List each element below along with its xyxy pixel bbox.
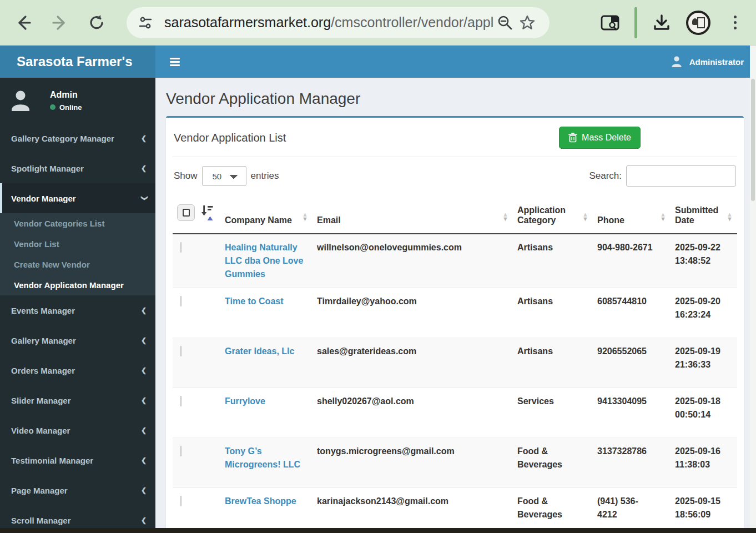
select-all-checkbox[interactable] xyxy=(177,204,195,221)
sidebar-item-slider-manager[interactable]: Slider Manager❮ xyxy=(0,385,155,415)
submitted-date-cell: 2025-09-15 18:56:09 xyxy=(671,488,737,533)
trash-icon xyxy=(568,133,577,143)
download-icon[interactable] xyxy=(651,12,673,34)
user-avatar-icon xyxy=(8,88,33,113)
back-arrow-icon[interactable] xyxy=(12,12,34,34)
email-cell: willnelson@onelovegummies.com xyxy=(313,234,513,288)
vendor-application-card: Vendor Application List Mass Delete Show… xyxy=(166,116,744,533)
row-checkbox[interactable] xyxy=(180,242,182,253)
category-cell: Food & Beverages xyxy=(513,438,593,488)
sort-icon: ▲▼ xyxy=(660,212,666,221)
row-checkbox[interactable] xyxy=(180,346,182,356)
card-title: Vendor Application List xyxy=(174,132,286,144)
bookmark-star-icon[interactable] xyxy=(516,12,538,34)
sidebar-user-panel: Admin Online xyxy=(0,78,155,123)
phone-cell: 9206552065 xyxy=(593,338,671,388)
profile-avatar-icon[interactable] xyxy=(686,11,710,35)
zoom-out-icon[interactable] xyxy=(494,12,516,34)
sidebar-item-gallery-category-manager[interactable]: Gallery Category Manager❮ xyxy=(0,123,155,153)
sidebar-menu: Gallery Category Manager❮ Spotlight Mana… xyxy=(0,123,155,213)
scrollbar-thumb[interactable] xyxy=(751,79,755,201)
row-checkbox[interactable] xyxy=(180,296,182,306)
entries-label: entries xyxy=(251,170,279,182)
vendor-manager-submenu: Vendor Categories List Vendor List Creat… xyxy=(0,213,155,295)
sort-icon: ▲▼ xyxy=(727,212,733,221)
phone-cell: 6085744810 xyxy=(593,288,671,338)
mass-delete-button[interactable]: Mass Delete xyxy=(559,127,641,149)
page-scrollbar[interactable] xyxy=(750,46,756,533)
sidebar-item-page-manager[interactable]: Page Manager❮ xyxy=(0,475,155,505)
sidebar-item-create-new-vendor[interactable]: Create New Vendor xyxy=(0,254,155,275)
chevron-left-icon: ❮ xyxy=(141,516,147,524)
sort-icon: ▲▼ xyxy=(582,212,588,221)
vendor-application-table: Company Name▲▼ Email▲▼ Application Categ… xyxy=(173,194,737,533)
column-header-application-category[interactable]: Application Category▲▼ xyxy=(513,194,593,234)
search-input[interactable] xyxy=(626,165,736,187)
mass-delete-label: Mass Delete xyxy=(582,133,631,143)
sidebar-item-vendor-list[interactable]: Vendor List xyxy=(0,234,155,254)
company-link[interactable]: Tony G’s Microgreens! LLC xyxy=(225,446,300,469)
sidebar-item-testimonial-manager[interactable]: Testimonial Manager❮ xyxy=(0,445,155,475)
row-checkbox[interactable] xyxy=(180,446,182,456)
side-panel-search-icon[interactable] xyxy=(599,12,621,34)
menu-dots-icon[interactable] xyxy=(724,12,746,34)
chevron-left-icon: ❮ xyxy=(141,366,147,374)
sidebar-item-events-manager[interactable]: Events Manager❮ xyxy=(0,295,155,325)
column-header-phone[interactable]: Phone▲▼ xyxy=(593,194,671,234)
page-size-select[interactable]: 50 xyxy=(202,166,246,186)
column-header-company-name[interactable]: Company Name▲▼ xyxy=(220,194,313,234)
email-cell: sales@graterideas.com xyxy=(313,338,513,388)
category-cell: Artisans xyxy=(513,234,593,288)
forward-arrow-icon[interactable] xyxy=(49,12,71,34)
chevron-left-icon: ❮ xyxy=(141,456,147,464)
chevron-left-icon: ❮ xyxy=(141,164,147,172)
company-link[interactable]: Grater Ideas, Llc xyxy=(225,346,294,356)
chevron-left-icon: ❮ xyxy=(141,134,147,142)
reload-icon[interactable] xyxy=(85,12,108,34)
admin-user-label: Administrator xyxy=(689,57,744,67)
brand-logo[interactable]: Sarasota Farmer's xyxy=(0,46,155,78)
company-link[interactable]: Furrylove xyxy=(225,396,265,406)
page-title: Vendor Application Manager xyxy=(166,90,756,108)
person-icon xyxy=(669,54,684,69)
chevron-left-icon: ❮ xyxy=(141,396,147,404)
browser-toolbar: sarasotafarmersmarket.org/cmscontroller/… xyxy=(0,0,756,46)
sidebar-item-spotlight-manager[interactable]: Spotlight Manager❮ xyxy=(0,153,155,183)
sidebar-item-vendor-manager[interactable]: Vendor Manager❮ xyxy=(0,183,155,213)
sidebar-item-video-manager[interactable]: Video Manager❮ xyxy=(0,415,155,445)
sidebar-item-vendor-categories-list[interactable]: Vendor Categories List xyxy=(0,213,155,234)
hamburger-menu-icon[interactable] xyxy=(165,53,184,71)
admin-user-menu[interactable]: Administrator xyxy=(669,54,744,69)
sort-icon: ▲▼ xyxy=(302,212,308,221)
category-cell: Artisans xyxy=(513,288,593,338)
site-settings-icon[interactable] xyxy=(134,12,157,34)
show-label: Show xyxy=(174,170,198,182)
table-row: Healing Naturally LLC dba One Love Gummi… xyxy=(173,234,737,288)
table-row: Tony G’s Microgreens! LLC tonygs.microgr… xyxy=(173,438,737,488)
row-checkbox[interactable] xyxy=(180,496,182,506)
company-link[interactable]: Healing Naturally LLC dba One Love Gummi… xyxy=(225,243,303,279)
address-bar[interactable]: sarasotafarmersmarket.org/cmscontroller/… xyxy=(127,7,550,38)
table-row: Grater Ideas, Llc sales@graterideas.com … xyxy=(173,338,737,388)
category-cell: Artisans xyxy=(513,338,593,388)
email-cell: shelly020267@aol.com xyxy=(313,388,513,438)
table-row: BrewTea Shoppe karinajackson2143@gmail.c… xyxy=(173,488,737,533)
phone-cell: 9413304095 xyxy=(593,388,671,438)
search-label: Search: xyxy=(589,170,622,182)
category-cell: Services xyxy=(513,388,593,438)
sidebar: Admin Online Gallery Category Manager❮ S… xyxy=(0,78,155,533)
sidebar-user-status: Online xyxy=(59,103,82,112)
app-header: Sarasota Farmer's Administrator xyxy=(0,46,756,78)
company-link[interactable]: BrewTea Shoppe xyxy=(225,496,296,506)
column-header-select-all[interactable] xyxy=(173,194,220,234)
column-header-email[interactable]: Email▲▼ xyxy=(313,194,513,234)
row-checkbox[interactable] xyxy=(180,396,182,406)
table-header-row: Company Name▲▼ Email▲▼ Application Categ… xyxy=(173,194,737,234)
sidebar-item-vendor-application-manager[interactable]: Vendor Applicaton Manager xyxy=(0,275,155,295)
company-link[interactable]: Time to Coast xyxy=(225,296,284,306)
phone-cell: 904-980-2671 xyxy=(593,234,671,288)
sidebar-item-gallery-manager[interactable]: Gallery Manager❮ xyxy=(0,325,155,355)
url-text[interactable]: sarasotafarmersmarket.org/cmscontroller/… xyxy=(164,14,494,31)
column-header-submitted-date[interactable]: Submitted Date▲▼ xyxy=(671,194,737,234)
sidebar-item-orders-manager[interactable]: Orders Manager❮ xyxy=(0,355,155,385)
